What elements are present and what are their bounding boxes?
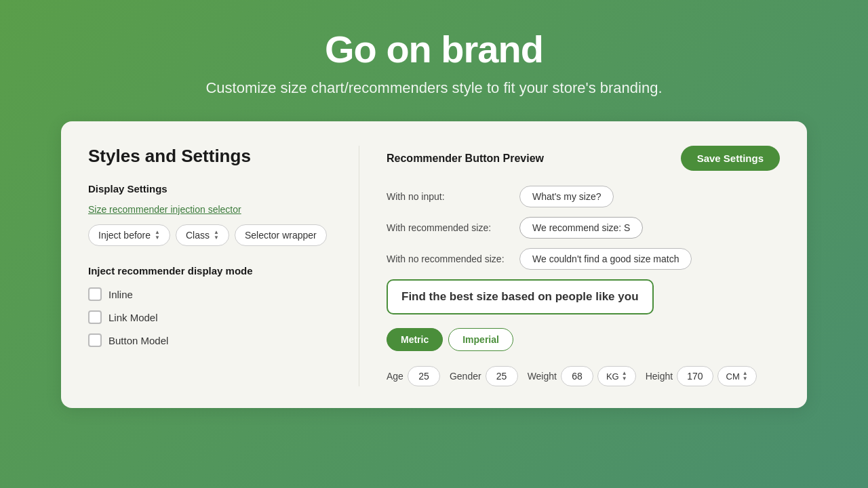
weight-unit-arrows: ▲▼ bbox=[622, 371, 627, 382]
age-value[interactable]: 25 bbox=[408, 366, 440, 386]
height-value[interactable]: 170 bbox=[677, 366, 713, 386]
gender-label: Gender bbox=[450, 371, 481, 382]
recommended-pill: We recommend size: S bbox=[519, 217, 643, 239]
display-settings-label: Display Settings bbox=[88, 183, 332, 195]
no-recommended-label: With no recommended size: bbox=[387, 253, 509, 264]
checkbox-link-model-label: Link Model bbox=[108, 312, 158, 323]
no-input-pill: What's my size? bbox=[519, 186, 614, 207]
weight-label: Weight bbox=[528, 371, 557, 382]
inject-before-arrows: ▲▼ bbox=[155, 230, 160, 241]
class-selector[interactable]: Class ▲▼ bbox=[176, 224, 229, 246]
imperial-button[interactable]: Imperial bbox=[448, 328, 513, 351]
no-recommended-pill: We couldn't find a good size match bbox=[519, 248, 692, 270]
height-unit[interactable]: CM ▲▼ bbox=[717, 366, 757, 386]
checkbox-inline: Inline bbox=[88, 287, 332, 301]
save-settings-button[interactable]: Save Settings bbox=[681, 146, 780, 171]
inject-mode-label: Inject recommender display mode bbox=[88, 265, 332, 277]
weight-unit[interactable]: KG ▲▼ bbox=[597, 366, 636, 386]
right-header: Recommender Button Preview Save Settings bbox=[387, 146, 780, 171]
checkbox-link-model-box[interactable] bbox=[88, 310, 102, 324]
hero-title: Go on brand bbox=[325, 27, 543, 71]
weight-group: Weight 68 KG ▲▼ bbox=[528, 366, 636, 386]
right-panel: Recommender Button Preview Save Settings… bbox=[387, 146, 780, 386]
age-label: Age bbox=[387, 371, 403, 382]
inject-before-selector[interactable]: Inject before ▲▼ bbox=[88, 224, 170, 246]
checkbox-button-model-box[interactable] bbox=[88, 333, 102, 347]
left-panel: Styles and Settings Display Settings Siz… bbox=[88, 146, 359, 386]
selector-row: Inject before ▲▼ Class ▲▼ Selector wrapp… bbox=[88, 224, 332, 246]
recommender-box: Find the best size based on people like … bbox=[387, 279, 654, 314]
measurements-row: Age 25 Gender 25 Weight 68 KG ▲▼ Height … bbox=[387, 366, 780, 386]
panel-title: Styles and Settings bbox=[88, 146, 332, 167]
height-label: Height bbox=[646, 371, 673, 382]
no-input-label: With no input: bbox=[387, 191, 509, 202]
recommended-label: With recommended size: bbox=[387, 222, 509, 233]
gender-group: Gender 25 bbox=[450, 366, 518, 386]
main-card: Styles and Settings Display Settings Siz… bbox=[61, 121, 807, 408]
checkbox-button-model: Button Model bbox=[88, 333, 332, 347]
metric-toggle: Metric Imperial bbox=[387, 328, 780, 351]
checkbox-button-model-label: Button Model bbox=[108, 335, 168, 346]
injection-selector-link[interactable]: Size recommender injection selector bbox=[88, 204, 332, 215]
preview-row-recommended: With recommended size: We recommend size… bbox=[387, 217, 780, 239]
age-group: Age 25 bbox=[387, 366, 440, 386]
checkbox-inline-label: Inline bbox=[108, 289, 133, 300]
preview-title: Recommender Button Preview bbox=[387, 152, 544, 165]
weight-value[interactable]: 68 bbox=[561, 366, 593, 386]
height-group: Height 170 CM ▲▼ bbox=[646, 366, 757, 386]
checkbox-link-model: Link Model bbox=[88, 310, 332, 324]
class-arrows: ▲▼ bbox=[214, 230, 219, 241]
selector-wrapper[interactable]: Selector wrapper bbox=[235, 224, 327, 246]
height-unit-arrows: ▲▼ bbox=[743, 371, 748, 382]
metric-button[interactable]: Metric bbox=[387, 328, 443, 351]
preview-row-no-recommended: With no recommended size: We couldn't fi… bbox=[387, 248, 780, 270]
checkbox-inline-box[interactable] bbox=[88, 287, 102, 301]
gender-value[interactable]: 25 bbox=[486, 366, 518, 386]
hero-subtitle: Customize size chart/recommenders style … bbox=[205, 79, 662, 97]
preview-row-no-input: With no input: What's my size? bbox=[387, 186, 780, 207]
